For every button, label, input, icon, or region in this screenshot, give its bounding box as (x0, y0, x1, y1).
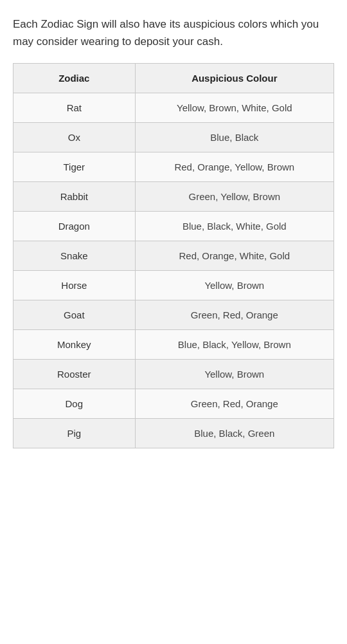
table-row: GoatGreen, Red, Orange (13, 300, 334, 330)
table-row: MonkeyBlue, Black, Yellow, Brown (13, 330, 334, 360)
cell-colour: Yellow, Brown, White, Gold (135, 93, 334, 123)
cell-colour: Yellow, Brown (135, 271, 334, 300)
table-row: RatYellow, Brown, White, Gold (13, 93, 334, 123)
cell-zodiac: Rooster (13, 360, 136, 389)
table-row: DogGreen, Red, Orange (13, 389, 334, 419)
cell-colour: Green, Red, Orange (135, 300, 334, 330)
cell-zodiac: Dragon (13, 212, 136, 241)
col-header-colour: Auspicious Colour (135, 64, 334, 93)
table-row: DragonBlue, Black, White, Gold (13, 212, 334, 241)
table-row: PigBlue, Black, Green (13, 419, 334, 448)
cell-colour: Red, Orange, Yellow, Brown (135, 152, 334, 182)
zodiac-table: Zodiac Auspicious Colour RatYellow, Brow… (13, 63, 334, 448)
cell-zodiac: Rabbit (13, 182, 136, 212)
cell-zodiac: Dog (13, 389, 136, 419)
table-header-row: Zodiac Auspicious Colour (13, 64, 334, 93)
table-row: RoosterYellow, Brown (13, 360, 334, 389)
col-header-zodiac: Zodiac (13, 64, 136, 93)
cell-zodiac: Tiger (13, 152, 136, 182)
cell-colour: Red, Orange, White, Gold (135, 241, 334, 271)
table-row: SnakeRed, Orange, White, Gold (13, 241, 334, 271)
table-row: OxBlue, Black (13, 123, 334, 152)
cell-zodiac: Snake (13, 241, 136, 271)
cell-colour: Green, Red, Orange (135, 389, 334, 419)
cell-zodiac: Horse (13, 271, 136, 300)
cell-zodiac: Pig (13, 419, 136, 448)
cell-zodiac: Ox (13, 123, 136, 152)
cell-colour: Blue, Black, Green (135, 419, 334, 448)
cell-colour: Blue, Black (135, 123, 334, 152)
intro-paragraph: Each Zodiac Sign will also have its ausp… (0, 0, 347, 63)
cell-colour: Yellow, Brown (135, 360, 334, 389)
table-row: HorseYellow, Brown (13, 271, 334, 300)
cell-colour: Blue, Black, Yellow, Brown (135, 330, 334, 360)
table-row: TigerRed, Orange, Yellow, Brown (13, 152, 334, 182)
table-row: RabbitGreen, Yellow, Brown (13, 182, 334, 212)
cell-zodiac: Rat (13, 93, 136, 123)
cell-colour: Blue, Black, White, Gold (135, 212, 334, 241)
zodiac-table-container: Zodiac Auspicious Colour RatYellow, Brow… (0, 63, 347, 468)
cell-zodiac: Monkey (13, 330, 136, 360)
cell-zodiac: Goat (13, 300, 136, 330)
cell-colour: Green, Yellow, Brown (135, 182, 334, 212)
